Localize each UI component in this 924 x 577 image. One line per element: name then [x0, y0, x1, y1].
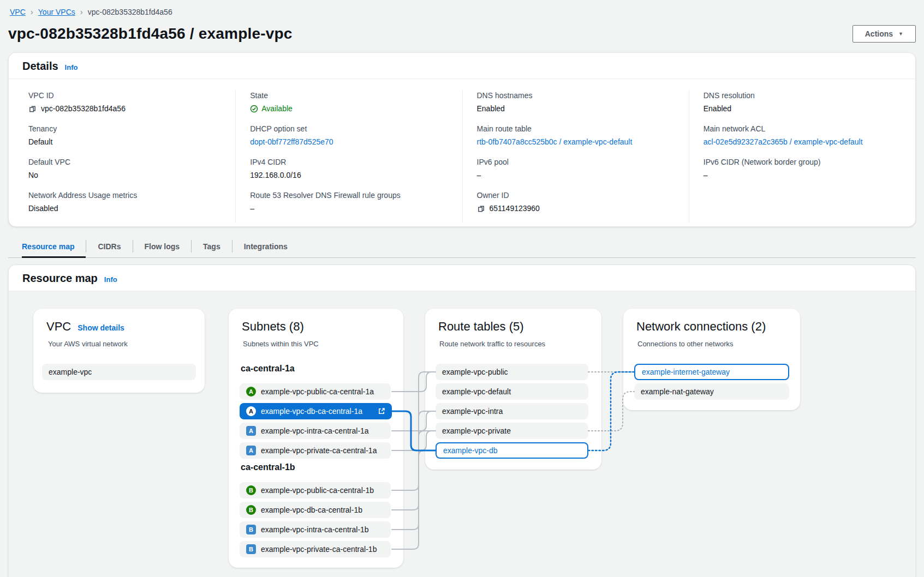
details-title: Details [22, 60, 58, 73]
vpc-node-label: example-vpc [49, 368, 92, 376]
tab-cidrs[interactable]: CIDRs [86, 235, 132, 257]
az-a-badge: A [246, 387, 256, 396]
field-state: State Available [250, 90, 448, 114]
tab-flow-logs[interactable]: Flow logs [133, 235, 192, 257]
subnet-node-private-1b[interactable]: B example-vpc-private-ca-central-1b [240, 541, 391, 557]
actions-button[interactable]: Actions ▼ [853, 25, 916, 43]
subnet-node-intra-1b[interactable]: B example-vpc-intra-ca-central-1b [240, 521, 391, 538]
vpc-show-details-link[interactable]: Show details [78, 323, 124, 332]
details-column-2: State Available DHCP option [235, 90, 462, 223]
network-connections-column-title: Network connections (2) [636, 320, 766, 334]
field-dhcp-option-set: DHCP option set dopt-0bf772ff87d525e70 [250, 123, 448, 147]
subnet-node-intra-1a[interactable]: A example-vpc-intra-ca-central-1a [240, 423, 391, 439]
breadcrumb-link-your-vpcs[interactable]: Your VPCs [38, 8, 75, 16]
resource-map-header: Resource map Info [9, 265, 915, 291]
field-nau-metrics: Network Address Usage metrics Disabled [28, 190, 221, 214]
external-link-icon[interactable] [372, 407, 385, 415]
resource-map-info-link[interactable]: Info [104, 275, 117, 284]
subnet-a-badge: A [246, 446, 256, 455]
tab-resource-map[interactable]: Resource map [22, 235, 86, 257]
details-column-4: DNS resolution Enabled Main network ACL … [689, 90, 915, 223]
details-panel: Details Info VPC ID vpc-082b35328b1fd4a5… [8, 52, 916, 227]
field-value: 192.168.0.0/16 [250, 170, 301, 181]
route-tables-column-title: Route tables (5) [438, 320, 524, 334]
copy-icon[interactable] [28, 105, 37, 113]
details-grid: VPC ID vpc-082b35328b1fd4a56 Tenancy Def… [9, 79, 915, 226]
breadcrumb-separator-icon: › [31, 8, 33, 16]
subnet-node-public-1a[interactable]: A example-vpc-public-ca-central-1a [240, 383, 391, 400]
subnet-label: example-vpc-private-ca-central-1b [261, 545, 377, 554]
vpc-column-card: VPC Show details Your AWS virtual networ… [33, 309, 205, 393]
resource-map-panel: Resource map Info VPC Show details Your … [8, 265, 916, 577]
subnet-label: example-vpc-private-ca-central-1a [261, 446, 377, 455]
field-label: IPv6 pool [477, 157, 675, 167]
field-label: Route 53 Resolver DNS Firewall rule grou… [250, 190, 448, 201]
route-table-node-private[interactable]: example-vpc-private [436, 423, 588, 439]
route-table-label: example-vpc-default [442, 387, 511, 396]
vpc-column-title: VPC [46, 320, 71, 334]
main-network-acl-link[interactable]: acl-02e5d92327a2c365b / example-vpc-defa… [704, 136, 863, 147]
field-value: – [477, 170, 481, 181]
route-table-node-default[interactable]: example-vpc-default [436, 383, 588, 400]
breadcrumb-current: vpc-082b35328b1fd4a56 [88, 8, 172, 16]
tab-tags[interactable]: Tags [192, 235, 232, 257]
details-column-3: DNS hostnames Enabled Main route table r… [462, 90, 689, 223]
subnet-node-db-1b[interactable]: B example-vpc-db-ca-central-1b [240, 502, 391, 518]
az-b-badge: B [246, 485, 256, 495]
az-group-header-ca-central-1a: ca-central-1a [241, 364, 295, 374]
subnet-node-private-1a[interactable]: A example-vpc-private-ca-central-1a [240, 442, 391, 459]
subnet-label: example-vpc-db-ca-central-1a [261, 407, 362, 416]
field-ipv6-cidr: IPv6 CIDR (Network border group) – [704, 157, 901, 181]
subnet-b-badge: B [246, 544, 256, 554]
route-table-label: example-vpc-private [442, 426, 511, 435]
tab-bar: Resource map CIDRs Flow logs Tags Integr… [8, 235, 916, 258]
route-table-node-public[interactable]: example-vpc-public [436, 364, 588, 380]
resource-map-body: VPC Show details Your AWS virtual networ… [9, 291, 915, 577]
copy-icon[interactable] [477, 205, 485, 213]
subnet-node-public-1b[interactable]: B example-vpc-public-ca-central-1b [240, 482, 391, 498]
subnet-label: example-vpc-public-ca-central-1a [261, 387, 374, 396]
status-badge: Available [261, 103, 293, 114]
field-label: IPv4 CIDR [250, 157, 448, 167]
field-default-vpc: Default VPC No [28, 157, 221, 181]
dhcp-option-set-link[interactable]: dopt-0bf772ff87d525e70 [250, 136, 333, 147]
subnet-label: example-vpc-intra-ca-central-1b [261, 525, 369, 534]
network-connection-node-internet-gateway-highlighted[interactable]: example-internet-gateway [634, 364, 789, 380]
field-value: 651149123960 [490, 203, 540, 214]
field-label: Owner ID [477, 190, 675, 201]
vpc-node-example-vpc[interactable]: example-vpc [42, 364, 196, 380]
caret-down-icon: ▼ [898, 31, 903, 37]
subnet-label: example-vpc-db-ca-central-1b [261, 506, 362, 514]
subnet-label: example-vpc-intra-ca-central-1a [261, 426, 369, 435]
network-connection-node-nat-gateway[interactable]: example-nat-gateway [634, 383, 789, 400]
route-tables-column-card: Route tables (5) Route network traffic t… [425, 309, 601, 470]
breadcrumb-separator-icon: › [80, 8, 83, 16]
field-tenancy: Tenancy Default [28, 123, 221, 147]
field-owner-id: Owner ID 651149123960 [477, 190, 675, 214]
subnet-label: example-vpc-public-ca-central-1b [261, 486, 374, 495]
field-label: DNS resolution [704, 90, 901, 101]
details-info-link[interactable]: Info [65, 63, 78, 71]
status-available-icon [250, 105, 258, 113]
main-route-table-link[interactable]: rtb-0fb7407a8cc525b0c / example-vpc-defa… [477, 136, 633, 147]
field-label: IPv6 CIDR (Network border group) [704, 157, 901, 167]
tab-integrations[interactable]: Integrations [233, 235, 299, 257]
az-group-header-ca-central-1b: ca-central-1b [241, 462, 295, 472]
field-label: Main network ACL [704, 123, 901, 134]
resource-map-title: Resource map [22, 272, 98, 285]
field-label: Tenancy [28, 123, 221, 134]
route-table-node-db-highlighted[interactable]: example-vpc-db [436, 442, 588, 459]
vpc-details-page: VPC › Your VPCs › vpc-082b35328b1fd4a56 … [0, 0, 924, 577]
field-ipv6-pool: IPv6 pool – [477, 157, 675, 181]
field-label: DHCP option set [250, 123, 448, 134]
details-header: Details Info [9, 53, 915, 79]
subnet-b-badge: B [246, 525, 256, 534]
field-value: Default [28, 136, 52, 147]
subnet-node-db-1a-selected[interactable]: A example-vpc-db-ca-central-1a [240, 403, 392, 419]
route-table-node-intra[interactable]: example-vpc-intra [436, 403, 588, 419]
field-dns-hostnames: DNS hostnames Enabled [477, 90, 675, 114]
breadcrumb-link-vpc[interactable]: VPC [10, 8, 26, 16]
actions-button-label: Actions [865, 29, 893, 38]
field-label: Main route table [477, 123, 675, 134]
route-table-label: example-vpc-intra [442, 407, 503, 416]
